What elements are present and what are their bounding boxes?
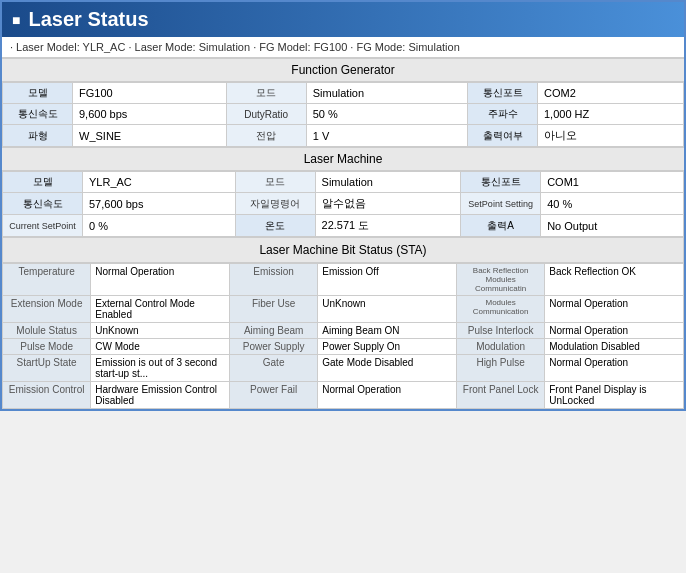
- bit-label-2-1: Extension Mode: [3, 296, 91, 323]
- fg-label-2-1: 통신속도: [3, 104, 73, 125]
- bit-value-3-2: Aiming Beam ON: [318, 323, 457, 339]
- bit-value-6-1: Hardware Emission Control Disabled: [91, 382, 230, 409]
- fg-label-3-2: 전압: [226, 125, 306, 147]
- lm-value-3-2: 22.571 도: [315, 215, 461, 237]
- lm-label-2-1: 통신속도: [3, 193, 83, 215]
- bit-value-4-3: Modulation Disabled: [545, 339, 684, 355]
- bit-label-1-1: Temperature: [3, 264, 91, 296]
- table-row: 모델 FG100 모드 Simulation 통신포트 COM2: [3, 83, 684, 104]
- fg-value-3-1: W_SINE: [73, 125, 227, 147]
- bit-value-4-1: CW Mode: [91, 339, 230, 355]
- table-row: Temperature Normal Operation Emission Em…: [3, 264, 684, 296]
- fg-label-1-1: 모델: [3, 83, 73, 104]
- subtitle-text: · Laser Model: YLR_AC · Laser Mode: Simu…: [10, 41, 460, 53]
- table-row: StartUp State Emission is out of 3 secon…: [3, 355, 684, 382]
- lm-value-1-3: COM1: [541, 172, 684, 193]
- table-row: 통신속도 57,600 bps 자일명령어 알수없음 SetPoint Sett…: [3, 193, 684, 215]
- bit-value-6-3: Front Panel Display is UnLocked: [545, 382, 684, 409]
- bit-label-5-2: Gate: [229, 355, 317, 382]
- bit-value-4-2: Power Supply On: [318, 339, 457, 355]
- lm-label-3-1: Current SetPoint: [3, 215, 83, 237]
- table-row: Current SetPoint 0 % 온도 22.571 도 출력A No …: [3, 215, 684, 237]
- bit-label-2-2: Fiber Use: [229, 296, 317, 323]
- bit-label-6-2: Power Fail: [229, 382, 317, 409]
- bit-label-4-1: Pulse Mode: [3, 339, 91, 355]
- fg-section-header: Function Generator: [2, 58, 684, 82]
- bit-label-3-2: Aiming Beam: [229, 323, 317, 339]
- lm-value-2-3: 40 %: [541, 193, 684, 215]
- lm-value-3-1: 0 %: [83, 215, 236, 237]
- bit-label-3-1: Molule Status: [3, 323, 91, 339]
- fg-label-1-3: 통신포트: [468, 83, 538, 104]
- bit-label-2-3: Modules Communication: [456, 296, 544, 323]
- page-title: Laser Status: [28, 8, 148, 31]
- lm-table: 모델 YLR_AC 모드 Simulation 통신포트 COM1 통신속도 5…: [2, 171, 684, 237]
- fg-label-3-1: 파형: [3, 125, 73, 147]
- lm-label-3-3: 출력A: [461, 215, 541, 237]
- bit-value-5-2: Gate Mode Disabled: [318, 355, 457, 382]
- table-row: Pulse Mode CW Mode Power Supply Power Su…: [3, 339, 684, 355]
- bit-value-5-1: Emission is out of 3 second start-up st.…: [91, 355, 230, 382]
- bit-label-6-1: Emission Control: [3, 382, 91, 409]
- title-icon: ■: [12, 12, 20, 28]
- fg-value-2-2: 50 %: [306, 104, 467, 125]
- fg-value-2-3: 1,000 HZ: [538, 104, 684, 125]
- lm-label-1-3: 통신포트: [461, 172, 541, 193]
- function-generator-section: Function Generator 모델 FG100 모드 Simulatio…: [2, 58, 684, 147]
- lm-value-2-2: 알수없음: [315, 193, 461, 215]
- fg-value-3-2: 1 V: [306, 125, 467, 147]
- bit-label-6-3: Front Panel Lock: [456, 382, 544, 409]
- fg-value-1-3: COM2: [538, 83, 684, 104]
- bit-value-3-1: UnKnown: [91, 323, 230, 339]
- lm-label-3-2: 온도: [235, 215, 315, 237]
- bit-value-2-1: External Control Mode Enabled: [91, 296, 230, 323]
- bit-value-5-3: Normal Operation: [545, 355, 684, 382]
- bit-label-5-1: StartUp State: [3, 355, 91, 382]
- lm-value-1-2: Simulation: [315, 172, 461, 193]
- bit-value-1-1: Normal Operation: [91, 264, 230, 296]
- table-row: 모델 YLR_AC 모드 Simulation 통신포트 COM1: [3, 172, 684, 193]
- bit-value-1-2: Emission Off: [318, 264, 457, 296]
- lm-section-header: Laser Machine: [2, 147, 684, 171]
- bit-value-2-3: Normal Operation: [545, 296, 684, 323]
- bit-label-5-3: High Pulse: [456, 355, 544, 382]
- fg-label-2-2: DutyRatio: [226, 104, 306, 125]
- title-bar: ■ Laser Status: [2, 2, 684, 37]
- bit-value-6-2: Normal Operation: [318, 382, 457, 409]
- table-row: Extension Mode External Control Mode Ena…: [3, 296, 684, 323]
- table-row: Molule Status UnKnown Aiming Beam Aiming…: [3, 323, 684, 339]
- lm-label-1-2: 모드: [235, 172, 315, 193]
- table-row: 통신속도 9,600 bps DutyRatio 50 % 주파수 1,000 …: [3, 104, 684, 125]
- bit-label-1-3: Back Reflection Modules Communicatin: [456, 264, 544, 296]
- lm-value-2-1: 57,600 bps: [83, 193, 236, 215]
- bit-label-4-3: Modulation: [456, 339, 544, 355]
- fg-label-1-2: 모드: [226, 83, 306, 104]
- fg-table: 모델 FG100 모드 Simulation 통신포트 COM2 통신속도 9,…: [2, 82, 684, 147]
- fg-label-2-3: 주파수: [468, 104, 538, 125]
- table-row: 파형 W_SINE 전압 1 V 출력여부 아니오: [3, 125, 684, 147]
- lm-value-3-3: No Output: [541, 215, 684, 237]
- lm-label-1-1: 모델: [3, 172, 83, 193]
- main-container: ■ Laser Status · Laser Model: YLR_AC · L…: [0, 0, 686, 411]
- bit-value-3-3: Normal Operation: [545, 323, 684, 339]
- laser-machine-section: Laser Machine 모델 YLR_AC 모드 Simulation 통신…: [2, 147, 684, 237]
- bit-status-section: Laser Machine Bit Status (STA) Temperatu…: [2, 237, 684, 409]
- fg-value-2-1: 9,600 bps: [73, 104, 227, 125]
- bit-section-header: Laser Machine Bit Status (STA): [2, 237, 684, 263]
- fg-value-3-3: 아니오: [538, 125, 684, 147]
- fg-label-3-3: 출력여부: [468, 125, 538, 147]
- bit-value-2-2: UnKnown: [318, 296, 457, 323]
- bit-label-1-2: Emission: [229, 264, 317, 296]
- table-row: Emission Control Hardware Emission Contr…: [3, 382, 684, 409]
- lm-value-1-1: YLR_AC: [83, 172, 236, 193]
- subtitle-bar: · Laser Model: YLR_AC · Laser Mode: Simu…: [2, 37, 684, 58]
- bit-label-3-3: Pulse Interlock: [456, 323, 544, 339]
- fg-value-1-1: FG100: [73, 83, 227, 104]
- lm-label-2-3: SetPoint Setting: [461, 193, 541, 215]
- bit-label-4-2: Power Supply: [229, 339, 317, 355]
- bit-value-1-3: Back Reflection OK: [545, 264, 684, 296]
- fg-value-1-2: Simulation: [306, 83, 467, 104]
- lm-label-2-2: 자일명령어: [235, 193, 315, 215]
- bit-table: Temperature Normal Operation Emission Em…: [2, 263, 684, 409]
